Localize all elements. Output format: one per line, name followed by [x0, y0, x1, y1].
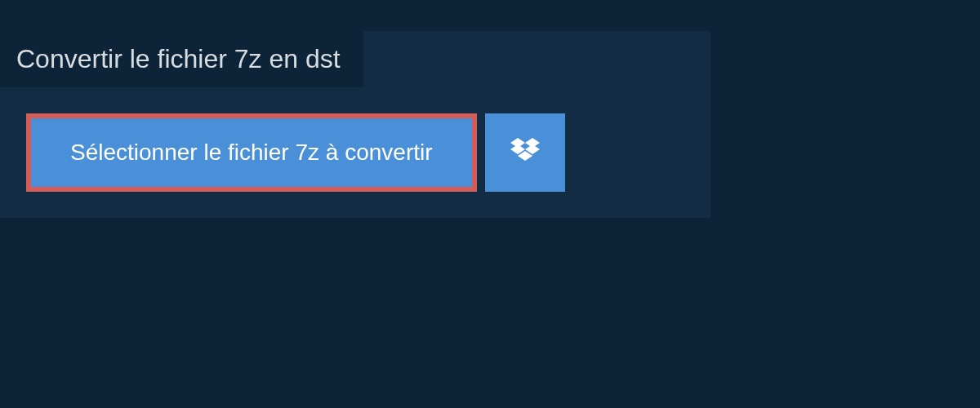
button-row: Sélectionner le fichier 7z à convertir [26, 113, 710, 192]
page-title: Convertir le fichier 7z en dst [16, 44, 341, 74]
converter-panel: Convertir le fichier 7z en dst Sélection… [0, 31, 710, 218]
dropbox-icon [510, 138, 540, 167]
dropbox-button[interactable] [485, 113, 565, 192]
title-tab: Convertir le fichier 7z en dst [0, 31, 363, 87]
select-file-label: Sélectionner le fichier 7z à convertir [70, 140, 433, 166]
select-file-button[interactable]: Sélectionner le fichier 7z à convertir [26, 113, 477, 192]
